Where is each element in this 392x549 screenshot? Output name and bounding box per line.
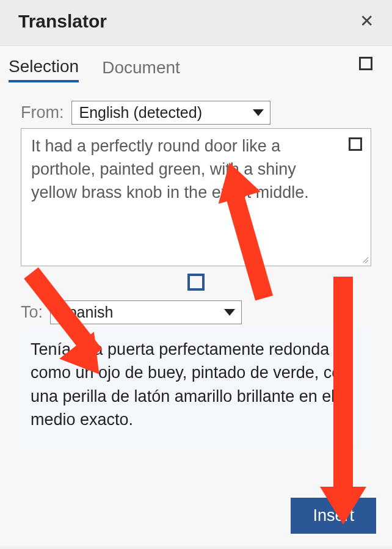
panel-title: Translator <box>18 11 107 32</box>
swap-languages-wrap <box>9 274 383 291</box>
to-language-value: Spanish <box>58 304 113 321</box>
panel-header: Translator ✕ <box>0 0 392 46</box>
swap-languages-icon[interactable] <box>187 274 205 291</box>
source-text: It had a perfectly round door like a por… <box>31 135 336 204</box>
translated-text-box: Tenía una puerta perfectamente redonda c… <box>21 329 371 446</box>
to-label: To: <box>21 303 43 322</box>
from-language-value: English (detected) <box>79 104 203 122</box>
from-label: From: <box>21 103 64 122</box>
translated-text: Tenía una puerta perfectamente redonda c… <box>31 340 350 429</box>
resize-handle-icon[interactable] <box>360 255 368 263</box>
insert-button[interactable]: Insert <box>291 498 376 534</box>
to-row: To: Spanish <box>9 300 383 324</box>
chevron-down-icon <box>253 109 264 116</box>
tab-selection[interactable]: Selection <box>9 53 79 82</box>
to-language-dropdown[interactable]: Spanish <box>50 300 242 324</box>
from-row: From: English (detected) <box>9 101 383 125</box>
source-text-box[interactable]: It had a perfectly round door like a por… <box>21 128 371 266</box>
tab-document[interactable]: Document <box>102 54 180 81</box>
tabs-row: Selection Document <box>9 46 383 89</box>
expand-icon[interactable] <box>359 57 372 70</box>
copy-source-icon[interactable] <box>349 137 362 151</box>
panel-content: Selection Document From: English (detect… <box>0 46 392 546</box>
close-icon[interactable]: ✕ <box>360 13 374 30</box>
chevron-down-icon <box>224 309 235 316</box>
from-language-dropdown[interactable]: English (detected) <box>71 101 270 125</box>
